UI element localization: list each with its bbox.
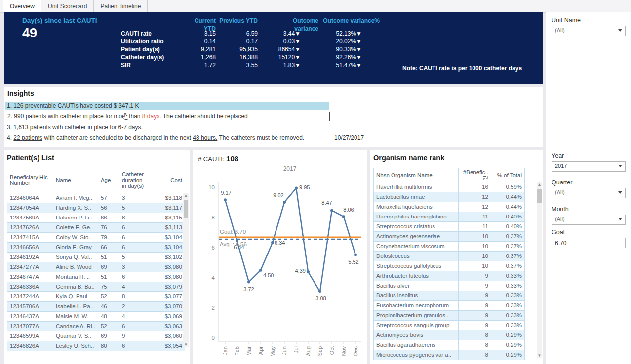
table-cell: $3,063 <box>151 322 185 331</box>
column-header[interactable]: % of Total <box>491 168 525 182</box>
svg-text:Oct: Oct <box>329 346 335 355</box>
table-cell: 12346437A <box>7 312 53 322</box>
table-row[interactable]: 12347054AHarding X. S..565$3,117 <box>7 203 185 213</box>
insight-item[interactable]: 3. 1,613 patients with catheter in place… <box>5 123 330 132</box>
table-cell: 0.29% <box>491 330 525 340</box>
table-row[interactable]: 12347626AColette E. Ge..766$3,113 <box>7 223 185 233</box>
table-row[interactable]: 12347415AColby W. Sto..796$3,104 <box>7 233 185 243</box>
insights-panel: Insights 1. 126 preventable CAUTIs have … <box>4 87 543 147</box>
table-cell: $3,118 <box>151 193 185 203</box>
patients-scrollbar[interactable]: ▲ ▼ <box>183 193 189 347</box>
column-header[interactable]: Beneficiary Hic Number <box>7 167 53 193</box>
table-row[interactable]: 12346064AAvram I. Mcg..573$3,118 <box>7 193 185 203</box>
table-row[interactable]: 12346656AGloria E. Gray666$3,104 <box>7 243 185 253</box>
scrollbar-thumb[interactable] <box>537 189 542 203</box>
table-row[interactable]: 12346192ASonya Q. Val..515$3,102 <box>7 253 185 262</box>
column-header[interactable]: Catheter duration in day(s) <box>119 167 151 193</box>
table-row[interactable]: Bacillus agaradhaerens80.29% <box>374 340 525 350</box>
organism-scrollbar[interactable]: ▲ ▼ <box>537 182 542 358</box>
year-dropdown[interactable]: 2017 <box>552 161 626 172</box>
discharge-date-input[interactable] <box>332 133 374 142</box>
table-row[interactable]: Moraxella liquefaciens120.44% <box>374 202 525 212</box>
table-row[interactable]: Streptococcus cristatus110.40% <box>374 222 525 232</box>
cauti-dashboard: Overview Unit Scorecard Patient timeline… <box>0 0 631 364</box>
insight-text: with catheter in place for <box>51 124 118 131</box>
svg-text:10: 10 <box>208 184 215 190</box>
kpi-column-header: Current YTD <box>181 17 216 30</box>
table-row[interactable]: Micrococcus pyogenes var a..80.29% <box>374 350 525 360</box>
table-cell: $3,113 <box>151 223 185 233</box>
goal-input[interactable] <box>552 238 626 248</box>
kpi-outcome-variance: 0.03▼ <box>258 37 301 45</box>
table-row[interactable]: Propionibacterium granulos..90.33% <box>374 311 525 321</box>
column-header[interactable]: Name <box>53 167 98 193</box>
table-row[interactable]: 12345706AIsabelle L. Pa..462$3,070 <box>7 302 185 312</box>
unit-name-dropdown[interactable]: (All) <box>552 26 626 36</box>
table-cell: 12346656A <box>7 243 53 253</box>
svg-text:3.72: 3.72 <box>243 286 254 292</box>
table-row[interactable]: Haverhillia multiformis160.59% <box>374 182 525 192</box>
table-row[interactable]: 12346336AGemma B. Ba..754$3,079 <box>7 282 185 292</box>
days-since-last-cauti-value: 49 <box>22 26 37 41</box>
table-cell: 9 <box>459 311 491 321</box>
table-row[interactable]: 12346747AMontana H. ..516$3,080 <box>7 272 185 282</box>
table-row[interactable]: Streptococcus gallolyticus100.37% <box>374 261 525 271</box>
table-row[interactable]: 12346599AQuamar V. S..699$3,060 <box>7 331 185 341</box>
svg-text:Sep: Sep <box>317 346 323 356</box>
scroll-up-icon[interactable]: ▲ <box>537 182 542 187</box>
cauti-rate-note: Note: CAUTI rate is per 1000 catheter da… <box>402 65 522 72</box>
table-row[interactable]: Lactobacillus rimae120.44% <box>374 192 525 202</box>
table-cell: Haverhillia multiformis <box>374 182 459 192</box>
table-cell: 0.29% <box>491 350 525 360</box>
table-cell: 66 <box>98 243 119 253</box>
chart-title-value: 108 <box>226 154 238 163</box>
scrollbar-thumb[interactable] <box>184 200 188 218</box>
table-row[interactable]: Fusobacterium necrophorum90.33% <box>374 301 525 311</box>
insight-item[interactable]: 4. 22 patients with catheter are schedul… <box>5 134 330 142</box>
column-header[interactable]: Nhsn Organism Name <box>374 168 459 182</box>
table-row[interactable]: 12347569AHakeem P. Li..668$3,115 <box>7 213 185 223</box>
kpi-column-header: Previous YTD <box>216 17 258 30</box>
table-row[interactable]: Actinomyces gerenseriae100.37% <box>374 232 525 242</box>
kpi-row-label: SIR <box>121 61 181 69</box>
table-row[interactable]: Bacillus insolitus90.33% <box>374 291 525 301</box>
table-cell: 0.29% <box>491 340 525 350</box>
tab-overview[interactable]: Overview <box>3 0 41 12</box>
insight-text: 2. <box>7 113 14 120</box>
table-row[interactable]: Arthrobacter luteolus90.33% <box>374 271 525 281</box>
table-row[interactable]: 12347077ACandace A. Ri..526$3,063 <box>7 322 185 331</box>
column-header[interactable]: Cost <box>151 167 185 193</box>
column-header[interactable]: #Benefic.. <box>459 168 491 182</box>
column-header[interactable]: Age <box>98 167 119 193</box>
insight-item[interactable]: 1. 126 preventable CAUTIs have costed $ … <box>5 102 329 110</box>
table-cell: 52 <box>98 292 119 302</box>
table-cell: 6 <box>119 243 151 253</box>
table-row[interactable]: Bacillus alvei90.33% <box>374 281 525 291</box>
tab-unit-scorecard[interactable]: Unit Scorecard <box>41 0 94 12</box>
table-cell: 0.33% <box>491 281 525 291</box>
table-cell: Kyla Q. Paul <box>53 292 98 302</box>
cauti-trend-chart[interactable]: 20170246810JanFebMarAprMayJunJulAugSepOc… <box>193 165 367 364</box>
tab-patient-timeline[interactable]: Patient timeline <box>94 0 148 12</box>
table-cell: 12346192A <box>7 253 53 262</box>
table-row[interactable]: Dolosicoccus100.37% <box>374 252 525 261</box>
month-dropdown[interactable]: (All) <box>552 215 626 225</box>
table-row[interactable]: Streptococcus sanguis group90.33% <box>374 321 525 330</box>
table-row[interactable]: 12347277AAline B. Wood693$3,080 <box>7 262 185 272</box>
scroll-up-icon[interactable]: ▲ <box>183 193 189 198</box>
table-row[interactable]: Actinomyces bovis80.29% <box>374 330 525 340</box>
svg-text:Goal: 6.70: Goal: 6.70 <box>220 229 246 235</box>
table-cell: 52 <box>98 322 119 331</box>
table-cell: 51 <box>98 272 119 282</box>
table-row[interactable]: 12346437AMaisie M. W..484$3,069 <box>7 312 185 322</box>
table-cell: $3,102 <box>151 253 185 262</box>
table-row[interactable]: 12347244AKyla Q. Paul528$3,077 <box>7 292 185 302</box>
scroll-down-icon[interactable]: ▼ <box>183 342 189 347</box>
insight-item[interactable]: 2. 990 patients with catheter in place f… <box>5 112 330 121</box>
patients-table: Beneficiary Hic NumberNameAgeCatheter du… <box>7 167 185 351</box>
quarter-dropdown[interactable]: (All) <box>552 188 626 198</box>
table-row[interactable]: Haemophilus haemoglobino..110.40% <box>374 212 525 222</box>
table-row[interactable]: Corynebacterium viscosum100.37% <box>374 242 525 252</box>
table-row[interactable]: 12346826ALesley U. Sch..806$3,054 <box>7 341 185 351</box>
scroll-down-icon[interactable]: ▼ <box>537 353 542 358</box>
